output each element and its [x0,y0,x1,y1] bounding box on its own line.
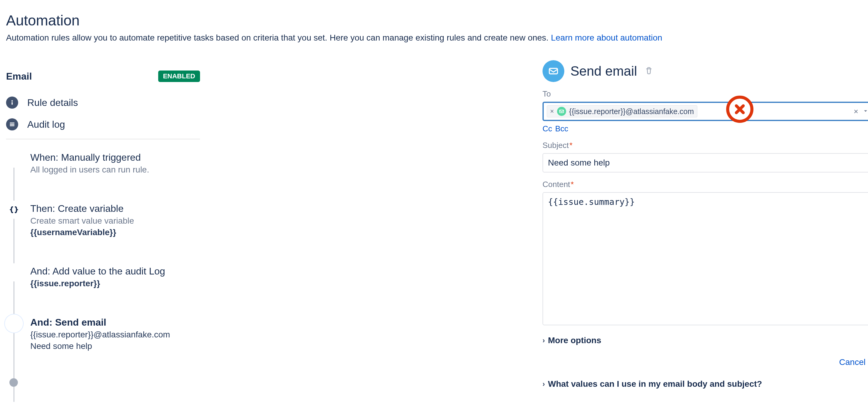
nav-item-audit-log[interactable]: Audit log [6,113,200,135]
step-desc: All logged in users can run rule. [30,165,149,175]
chip-remove-icon[interactable]: × [550,108,554,115]
panel-title: Send email [570,64,637,79]
svg-rect-8 [11,322,17,325]
step-desc: Create smart value variable [30,216,134,226]
braces-icon [6,202,22,217]
annotation-error-icon [726,96,753,123]
list-icon [6,118,18,131]
lines-icon [6,265,22,280]
trash-icon[interactable] [645,67,653,76]
smart-values-expander[interactable]: › What values can I use in my email body… [542,379,868,389]
step-line2: Need some help [30,341,170,351]
step-create-variable[interactable]: Then: Create variable Create smart value… [6,202,200,237]
email-icon [6,316,22,332]
to-input[interactable]: × {{issue.reporter}}@atlassianfake.com × [542,102,868,121]
nav-item-label: Rule details [27,97,78,108]
to-chip[interactable]: × {{issue.reporter}}@atlassianfake.com [547,105,698,117]
email-icon [542,60,564,82]
step-title: When: Manually triggered [30,152,149,163]
smart-values-label: What values can I use in my email body a… [548,379,762,389]
page-title: Automation [6,12,862,29]
nav-item-rule-details[interactable]: Rule details [6,92,200,113]
step-title: Then: Create variable [30,203,134,214]
more-options-expander[interactable]: › More options [542,336,868,345]
learn-more-link[interactable]: Learn more about automation [551,33,662,42]
add-step-circle[interactable] [9,378,18,387]
content-textarea[interactable] [542,192,868,325]
chevron-down-icon[interactable] [863,107,868,116]
svg-point-0 [11,100,13,102]
cancel-link[interactable]: Cancel [542,357,868,367]
chip-text: {{issue.reporter}}@atlassianfake.com [569,107,694,116]
step-title: And: Send email [30,317,170,328]
trigger-icon [6,151,22,167]
step-title: And: Add value to the audit Log [30,266,165,277]
rule-name: Email [6,71,32,82]
svg-rect-9 [550,68,558,74]
divider [6,139,200,139]
to-label: To [542,89,868,99]
page-subtitle: Automation rules allow you to automate r… [6,33,862,43]
subject-input[interactable] [542,153,868,173]
step-line1: {{issue.reporter}}@atlassianfake.com [30,330,170,340]
step-send-email[interactable]: And: Send email {{issue.reporter}}@atlas… [6,316,200,351]
subtitle-text: Automation rules allow you to automate r… [6,33,551,42]
info-icon [6,97,18,109]
cc-link[interactable]: Cc [542,124,552,133]
subject-label: Subject* [542,141,868,150]
bcc-link[interactable]: Bcc [555,124,568,133]
nav-item-label: Audit log [27,119,65,130]
chevron-right-icon: › [542,380,545,388]
avatar-icon [557,107,566,116]
svg-rect-1 [11,102,13,105]
clear-icon[interactable]: × [854,107,858,116]
more-options-label: More options [548,336,601,345]
enabled-badge[interactable]: ENABLED [158,70,200,82]
svg-rect-12 [559,110,564,113]
chevron-right-icon: › [542,336,545,345]
step-meta: {{issue.reporter}} [30,279,165,288]
step-audit-log[interactable]: And: Add value to the audit Log {{issue.… [6,265,200,288]
step-trigger[interactable]: When: Manually triggered All logged in u… [6,151,200,175]
content-label: Content* [542,180,868,189]
step-meta: {{usernameVariable}} [30,228,134,237]
